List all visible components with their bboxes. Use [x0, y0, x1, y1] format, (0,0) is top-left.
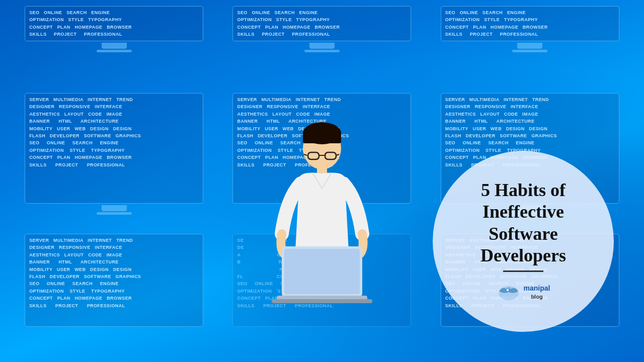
- svg-rect-2: [303, 132, 341, 143]
- logo-icon: [497, 282, 521, 303]
- monitor-stand-top-center: [309, 43, 335, 49]
- wordcloud-mid-left: SERVER MULTIMEDIA INTERNET TREND DESIGNE…: [25, 93, 203, 204]
- logo-container: manipal blog: [497, 282, 550, 303]
- monitor-base-top-left: [97, 50, 132, 52]
- wordcloud-bot-left: SERVER MULTIMEDIA INTERNET TREND DESIGNE…: [25, 234, 203, 327]
- monitor-base-mid-left: [97, 212, 132, 215]
- title-circle: 5 Habits of Ineffective Software Develop…: [433, 151, 614, 332]
- monitor-bot-left: SERVER MULTIMEDIA INTERNET TREND DESIGNE…: [25, 234, 203, 327]
- monitor-mid-left: SERVER MULTIMEDIA INTERNET TREND DESIGNE…: [25, 93, 203, 215]
- wordcloud-top-right: SEO ONLINE SEARCH ENGINE OPTIMIZATION ST…: [441, 6, 619, 41]
- monitor-stand-top-left: [102, 43, 127, 49]
- monitor-stand-top-right: [517, 43, 542, 49]
- svg-rect-12: [272, 299, 372, 303]
- monitor-base-top-right: [512, 50, 547, 52]
- person-figure: [257, 118, 387, 334]
- top-row: SEO ONLINE SEARCH ENGINE OPTIMIZATION ST…: [0, 0, 644, 85]
- svg-point-14: [507, 289, 509, 291]
- logo-text: manipal blog: [524, 285, 550, 300]
- title-text: 5 Habits of Ineffective Software Develop…: [448, 179, 599, 266]
- monitor-top-center: SEO ONLINE SEARCH ENGINE OPTIMIZATION ST…: [232, 6, 411, 52]
- monitor-top-right: SEO ONLINE SEARCH ENGINE OPTIMIZATION ST…: [441, 6, 619, 52]
- monitor-base-top-center: [304, 50, 340, 52]
- monitor-top-left: SEO ONLINE SEARCH ENGINE OPTIMIZATION ST…: [25, 6, 203, 52]
- monitor-stand-mid-left: [102, 205, 127, 211]
- wordcloud-top-left: SEO ONLINE SEARCH ENGINE OPTIMIZATION ST…: [25, 6, 203, 41]
- title-underline: [503, 270, 543, 272]
- wordcloud-top-center: SEO ONLINE SEARCH ENGINE OPTIMIZATION ST…: [232, 6, 411, 41]
- svg-rect-10: [284, 249, 360, 294]
